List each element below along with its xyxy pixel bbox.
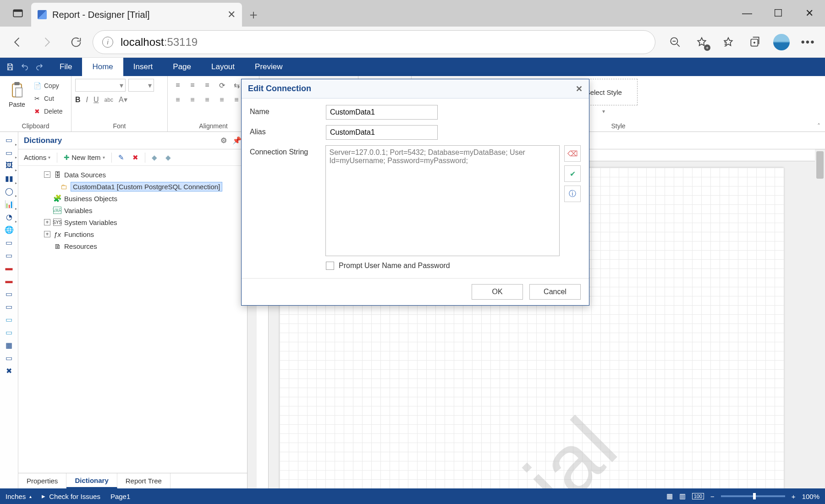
bold-button[interactable]: B	[75, 96, 81, 104]
cut-button[interactable]: ✂Cut	[33, 93, 62, 104]
cancel-button[interactable]: Cancel	[529, 284, 581, 300]
window-minimize-button[interactable]: ―	[732, 0, 763, 27]
status-view3-icon[interactable]: 100	[692, 493, 704, 499]
label-connstr: Connection String	[250, 145, 325, 156]
vertical-scrollbar[interactable]	[815, 149, 825, 488]
dialog-close-icon[interactable]: ✕	[576, 84, 583, 94]
font-size-combo[interactable]: ▾	[128, 79, 154, 92]
ribbon-tab-page[interactable]: Page	[163, 58, 201, 76]
browser-tab[interactable]: Report - Designer [Trial] ✕	[31, 3, 242, 27]
collections-icon[interactable]	[742, 30, 767, 55]
tool-panel1-icon[interactable]: ▭	[2, 236, 16, 248]
tool-panel2-icon[interactable]: ▭	[2, 249, 16, 261]
new-tab-button[interactable]: ＋	[242, 3, 265, 27]
tool-cross-icon[interactable]: ▦	[2, 339, 16, 351]
window-close-button[interactable]: ✕	[794, 0, 825, 27]
tool-pointer-icon[interactable]: ▭▸	[2, 134, 16, 146]
favorites-list-icon[interactable]	[716, 30, 741, 55]
dictionary-settings-icon[interactable]: ⚙	[220, 136, 227, 145]
tool-shape-icon[interactable]: ◯▸	[2, 185, 16, 197]
tool-text-icon[interactable]: ▭▸	[2, 147, 16, 159]
dict-new-item-button[interactable]: ✚New Item▾	[62, 153, 106, 163]
ribbon-tab-preview[interactable]: Preview	[245, 58, 292, 76]
connstr-info-button[interactable]: ⓘ	[564, 186, 581, 202]
ribbon-collapse-icon[interactable]: ˄	[817, 122, 820, 130]
browser-menu-button[interactable]: •••	[796, 30, 820, 55]
status-view1-icon[interactable]: ▦	[666, 492, 673, 500]
ribbon-tab-layout[interactable]: Layout	[201, 58, 245, 76]
tab-report-tree[interactable]: Report Tree	[117, 473, 170, 488]
status-unit-button[interactable]: Inches▴	[6, 493, 32, 500]
input-name[interactable]	[326, 105, 438, 120]
connstr-test-button[interactable]: ✔	[564, 165, 581, 182]
italic-button[interactable]: I	[86, 96, 88, 104]
tool-group-icon[interactable]: ▭	[2, 313, 16, 325]
tab-properties[interactable]: Properties	[18, 473, 66, 488]
tree-node-system-variables[interactable]: +SYSSystem Variables	[18, 216, 247, 228]
nav-forward-button[interactable]	[34, 29, 60, 55]
tab-dictionary[interactable]: Dictionary	[66, 473, 117, 488]
zoom-in-button[interactable]: +	[792, 493, 796, 500]
paste-button[interactable]: Paste	[4, 79, 30, 110]
input-alias[interactable]	[326, 125, 438, 140]
delete-button[interactable]: ✖Delete	[33, 105, 62, 117]
tool-settings-icon[interactable]: ✖	[2, 365, 16, 377]
dict-down-icon[interactable]: ◆	[164, 153, 173, 163]
site-info-icon[interactable]: i	[102, 37, 113, 48]
underline-button[interactable]: U	[94, 96, 99, 104]
tree-node-business-objects[interactable]: 🧩Business Objects	[18, 192, 247, 204]
dictionary-tree[interactable]: −🗄Data Sources 🗀CustomData1 [Custom Post…	[18, 166, 247, 473]
zoom-out-icon[interactable]	[663, 30, 688, 55]
tool-column-icon[interactable]: ▭	[2, 326, 16, 338]
dictionary-toolbar: Actions▾ ✚New Item▾ ✎ ✖ ◆ ◆	[18, 149, 247, 166]
profile-avatar[interactable]	[769, 30, 794, 55]
tool-map-icon[interactable]: 🌐	[2, 224, 16, 236]
ribbon-tab-insert[interactable]: Insert	[123, 58, 163, 76]
qa-redo-icon[interactable]	[33, 60, 46, 73]
dict-delete-icon[interactable]: ✖	[131, 153, 140, 163]
status-check-issues-button[interactable]: ▸Check for Issues	[42, 492, 100, 500]
tool-header-icon[interactable]: ▭	[2, 288, 16, 300]
connstr-clear-button[interactable]: ⌫	[564, 145, 581, 162]
nav-back-button[interactable]	[5, 29, 30, 55]
dictionary-pin-icon[interactable]: 📌	[232, 136, 242, 145]
dict-actions-button[interactable]: Actions▾	[22, 153, 52, 162]
favorite-add-icon[interactable]: +	[689, 30, 714, 55]
tool-band2-icon[interactable]: ▬	[2, 275, 16, 287]
delete-icon: ✖	[33, 107, 41, 115]
tool-subreport-icon[interactable]: ▭	[2, 352, 16, 364]
zoom-slider[interactable]	[721, 495, 785, 497]
tool-barcode-icon[interactable]: ▮▮▸	[2, 172, 16, 184]
tab-close-icon[interactable]: ✕	[227, 9, 236, 21]
address-bar[interactable]: i localhost:53119	[93, 30, 655, 54]
zoom-out-button[interactable]: −	[710, 493, 715, 500]
window-maximize-button[interactable]: ☐	[763, 0, 794, 27]
tab-preview-icon[interactable]	[5, 0, 31, 27]
dict-up-icon[interactable]: ◆	[150, 153, 159, 163]
nav-refresh-button[interactable]	[63, 29, 89, 55]
ribbon-tab-file[interactable]: File	[50, 58, 82, 76]
tool-band1-icon[interactable]: ▬	[2, 262, 16, 274]
dict-edit-icon[interactable]: ✎	[116, 153, 126, 163]
tree-node-custom-data[interactable]: 🗀CustomData1 [Custom PostgreSQL Connecti…	[18, 181, 247, 192]
qa-save-icon[interactable]	[4, 60, 16, 73]
tree-node-functions[interactable]: +ƒxFunctions	[18, 228, 247, 240]
tool-image-icon[interactable]: 🖼▸	[2, 159, 16, 171]
checkbox-prompt-credentials[interactable]	[326, 262, 334, 270]
tool-gauge-icon[interactable]: ◔▸	[2, 211, 16, 223]
strike-button[interactable]: abc	[104, 97, 113, 103]
qa-undo-icon[interactable]	[18, 60, 31, 73]
tool-chart-icon[interactable]: 📊▸	[2, 198, 16, 210]
alignment-grid[interactable]: ≡≡≡⟳⇆ ≡≡≡≡≡	[171, 79, 243, 106]
tree-node-variables[interactable]: VARVariables	[18, 204, 247, 216]
tool-footer-icon[interactable]: ▭	[2, 301, 16, 312]
status-view2-icon[interactable]: ▥	[679, 492, 686, 500]
tree-node-resources[interactable]: 🗎Resources	[18, 240, 247, 252]
copy-button[interactable]: 📄Copy	[33, 80, 62, 92]
input-connection-string[interactable]: Server=127.0.0.1; Port=5432; Database=my…	[325, 145, 560, 256]
ribbon-tab-home[interactable]: Home	[82, 58, 123, 76]
ok-button[interactable]: OK	[472, 284, 523, 300]
font-color-button[interactable]: A▾	[119, 95, 127, 104]
tree-node-data-sources[interactable]: −🗄Data Sources	[18, 169, 247, 181]
font-family-combo[interactable]: ▾	[75, 79, 126, 92]
